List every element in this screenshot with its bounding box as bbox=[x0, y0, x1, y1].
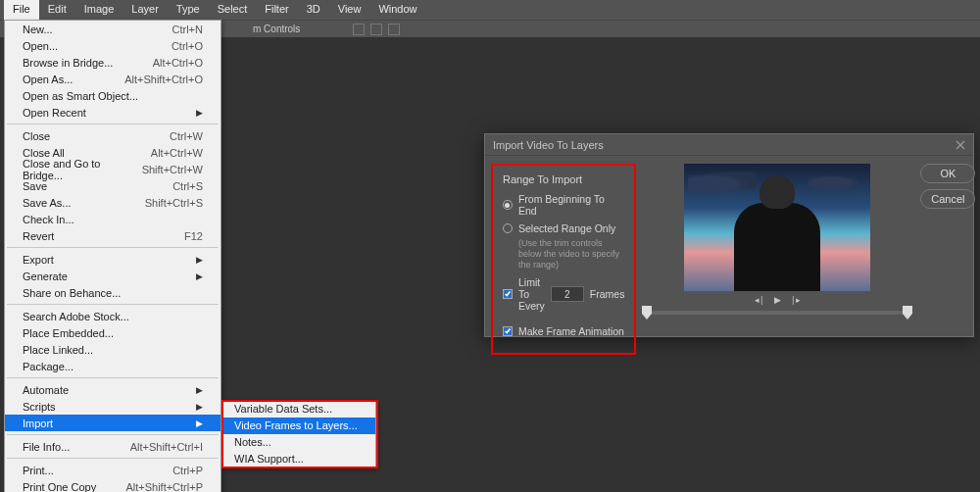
menuitem-open-as-smart-object-[interactable]: Open as Smart Object... bbox=[5, 87, 220, 104]
play-icon[interactable]: ▶ bbox=[774, 295, 781, 305]
radio-selected-range[interactable] bbox=[503, 223, 513, 233]
options-label: m Controls bbox=[253, 24, 300, 34]
menuitem-automate[interactable]: Automate▶ bbox=[5, 381, 220, 398]
menu-view[interactable]: View bbox=[329, 0, 370, 20]
radio-from-beginning-label: From Beginning To End bbox=[518, 193, 625, 217]
menuitem-export[interactable]: Export▶ bbox=[5, 251, 220, 268]
menuitem-file-info-[interactable]: File Info...Alt+Shift+Ctrl+I bbox=[5, 438, 220, 455]
preview-column: ◂∣ ▶ ∣▸ bbox=[646, 164, 908, 355]
menu-3d[interactable]: 3D bbox=[298, 0, 329, 20]
submenu-variable-data-sets-[interactable]: Variable Data Sets... bbox=[222, 401, 375, 418]
menu-layer[interactable]: Layer bbox=[122, 0, 168, 20]
limit-value-input[interactable] bbox=[551, 286, 584, 302]
radio-selected-range-label: Selected Range Only bbox=[518, 222, 615, 234]
menuitem-package-[interactable]: Package... bbox=[5, 358, 220, 374]
import-submenu: Variable Data Sets...Video Frames to Lay… bbox=[221, 400, 376, 468]
limit-unit: Frames bbox=[590, 288, 625, 300]
menu-filter[interactable]: Filter bbox=[256, 0, 297, 20]
menuitem-open-[interactable]: Open...Ctrl+O bbox=[5, 37, 220, 54]
cancel-button[interactable]: Cancel bbox=[920, 189, 975, 209]
menuitem-revert[interactable]: RevertF12 bbox=[5, 227, 220, 244]
menu-select[interactable]: Select bbox=[209, 0, 257, 20]
video-preview bbox=[684, 164, 870, 291]
align-icon-3[interactable] bbox=[388, 24, 400, 35]
align-icon-2[interactable] bbox=[370, 24, 382, 35]
video-controls: ◂∣ ▶ ∣▸ bbox=[755, 295, 801, 305]
menuitem-close[interactable]: CloseCtrl+W bbox=[5, 127, 220, 144]
range-to-import-group: Range To Import From Beginning To End Se… bbox=[491, 164, 636, 355]
trim-handle-start[interactable] bbox=[642, 306, 652, 320]
submenu-wia-support-[interactable]: WIA Support... bbox=[222, 451, 375, 467]
next-frame-icon[interactable]: ∣▸ bbox=[791, 295, 801, 305]
menu-file[interactable]: File bbox=[4, 0, 39, 20]
menuitem-check-in-[interactable]: Check In... bbox=[5, 211, 220, 227]
menu-window[interactable]: Window bbox=[369, 0, 425, 20]
menuitem-close-and-go-to-bridge-[interactable]: Close and Go to Bridge...Shift+Ctrl+W bbox=[5, 161, 220, 177]
import-video-dialog: Import Video To Layers Range To Import F… bbox=[484, 133, 974, 337]
menuitem-share-on-behance-[interactable]: Share on Behance... bbox=[5, 284, 220, 301]
checkbox-make-frame-animation[interactable] bbox=[503, 326, 513, 336]
menu-edit[interactable]: Edit bbox=[39, 0, 75, 20]
menuitem-scripts[interactable]: Scripts▶ bbox=[5, 398, 220, 415]
selected-range-help: (Use the trim controls below the video t… bbox=[518, 238, 624, 271]
menu-image[interactable]: Image bbox=[75, 0, 123, 20]
menuitem-search-adobe-stock-[interactable]: Search Adobe Stock... bbox=[5, 308, 220, 324]
radio-from-beginning[interactable] bbox=[503, 200, 513, 210]
checkbox-limit-to-every[interactable] bbox=[503, 289, 513, 299]
menuitem-new-[interactable]: New...Ctrl+N bbox=[5, 21, 220, 37]
trim-handle-end[interactable] bbox=[903, 306, 912, 320]
menu-type[interactable]: Type bbox=[168, 0, 209, 20]
make-frame-animation-label: Make Frame Animation bbox=[518, 325, 624, 337]
menuitem-open-as-[interactable]: Open As...Alt+Shift+Ctrl+O bbox=[5, 71, 220, 87]
close-icon[interactable] bbox=[956, 140, 965, 150]
menuitem-print-one-copy[interactable]: Print One CopyAlt+Shift+Ctrl+P bbox=[5, 478, 220, 492]
menuitem-print-[interactable]: Print...Ctrl+P bbox=[5, 462, 220, 478]
menuitem-open-recent[interactable]: Open Recent▶ bbox=[5, 104, 220, 121]
prev-frame-icon[interactable]: ◂∣ bbox=[755, 295, 764, 305]
range-title: Range To Import bbox=[503, 173, 624, 185]
menuitem-save-as-[interactable]: Save As...Shift+Ctrl+S bbox=[5, 194, 220, 211]
menubar: FileEditImageLayerTypeSelectFilter3DView… bbox=[0, 0, 980, 20]
limit-label: Limit To Every bbox=[518, 276, 545, 312]
trim-timeline[interactable] bbox=[646, 311, 908, 315]
menuitem-import[interactable]: Import▶ bbox=[5, 415, 220, 431]
submenu-video-frames-to-layers-[interactable]: Video Frames to Layers... bbox=[222, 418, 375, 434]
ok-button[interactable]: OK bbox=[920, 164, 975, 183]
dialog-title: Import Video To Layers bbox=[493, 139, 604, 151]
dialog-titlebar: Import Video To Layers bbox=[485, 134, 973, 156]
file-menu: New...Ctrl+NOpen...Ctrl+OBrowse in Bridg… bbox=[4, 20, 221, 492]
menuitem-generate[interactable]: Generate▶ bbox=[5, 268, 220, 284]
menuitem-place-linked-[interactable]: Place Linked... bbox=[5, 341, 220, 358]
menuitem-place-embedded-[interactable]: Place Embedded... bbox=[5, 324, 220, 341]
align-icon-1[interactable] bbox=[353, 24, 365, 35]
menuitem-browse-in-bridge-[interactable]: Browse in Bridge...Alt+Ctrl+O bbox=[5, 54, 220, 71]
submenu-notes-[interactable]: Notes... bbox=[222, 434, 375, 451]
